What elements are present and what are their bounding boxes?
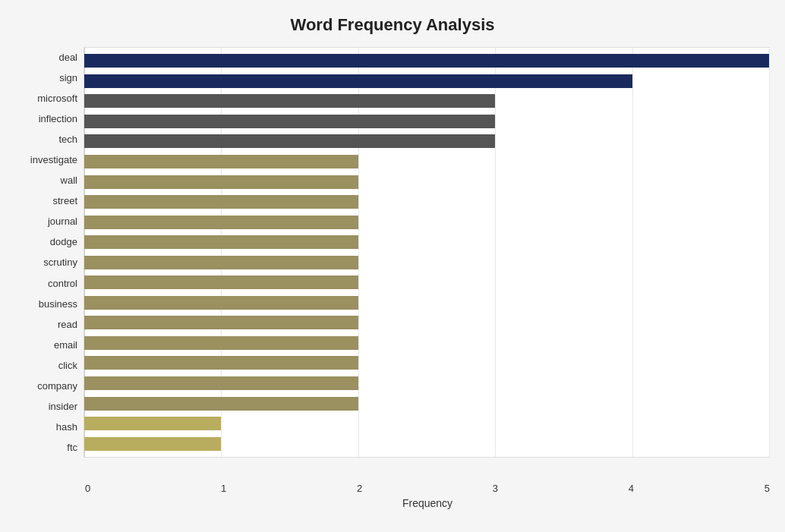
y-label: control [48, 273, 77, 293]
bar-row [84, 314, 769, 331]
bar-row [84, 93, 769, 109]
bar [84, 316, 358, 329]
bars-container [84, 48, 769, 457]
chart-container: Word Frequency Analysis dealsignmicrosof… [0, 0, 785, 532]
bar-row [84, 354, 769, 371]
bar [84, 256, 358, 269]
bar [84, 376, 358, 390]
y-axis: dealsignmicrosoftinflectiontechinvestiga… [15, 47, 84, 458]
y-label: hash [56, 417, 77, 436]
y-label: email [54, 335, 77, 354]
y-label: insider [49, 396, 77, 416]
bar-row [84, 436, 769, 452]
bar [84, 235, 358, 249]
x-tick: 1 [221, 483, 226, 494]
x-tick: 4 [629, 483, 634, 494]
bar [84, 94, 495, 108]
y-label: tech [58, 130, 77, 150]
bar [84, 336, 358, 350]
y-label: sign [59, 68, 77, 88]
y-label: deal [58, 48, 77, 68]
x-tick: 2 [357, 483, 362, 494]
bar [84, 134, 495, 148]
y-label: investigate [30, 150, 77, 170]
bar [84, 356, 358, 370]
bar [84, 275, 358, 289]
bar [84, 115, 495, 128]
bar-row [84, 234, 769, 250]
bar [84, 175, 358, 189]
bar [84, 74, 632, 88]
bar [84, 155, 358, 168]
y-label: company [37, 376, 77, 395]
bar-row [84, 194, 769, 210]
bar-row [84, 254, 769, 271]
y-label: scrutiny [43, 253, 77, 272]
bar [84, 216, 358, 229]
x-axis: 012345 Frequency [85, 483, 770, 509]
bar-row [84, 113, 769, 130]
bar [84, 417, 221, 430]
x-axis-label: Frequency [85, 497, 770, 509]
bar-row [84, 214, 769, 231]
y-label: inflection [39, 109, 77, 129]
y-label: dodge [50, 232, 77, 252]
y-label: business [39, 294, 77, 313]
bar-row [84, 174, 769, 190]
x-tick: 5 [765, 483, 770, 494]
bar-row [84, 375, 769, 392]
bar [84, 195, 358, 209]
bar [84, 54, 769, 68]
y-label: microsoft [37, 89, 77, 109]
x-tick: 0 [85, 483, 90, 494]
bar [84, 437, 221, 451]
bar-row [84, 415, 769, 432]
bar-row [84, 294, 769, 311]
bar-row [84, 153, 769, 170]
bar-row [84, 335, 769, 351]
bar-row [84, 395, 769, 412]
y-label: street [52, 191, 77, 211]
bar-row [84, 52, 769, 69]
y-label: read [58, 314, 77, 334]
bar [84, 296, 358, 310]
y-label: journal [48, 212, 77, 231]
y-label: ftc [67, 437, 77, 457]
x-tick: 3 [493, 483, 498, 494]
bar-row [84, 133, 769, 150]
y-label: click [58, 355, 77, 375]
bar-row [84, 274, 769, 291]
chart-title: Word Frequency Analysis [15, 15, 770, 35]
bar [84, 397, 358, 411]
y-label: wall [61, 171, 77, 190]
bar-row [84, 73, 769, 90]
